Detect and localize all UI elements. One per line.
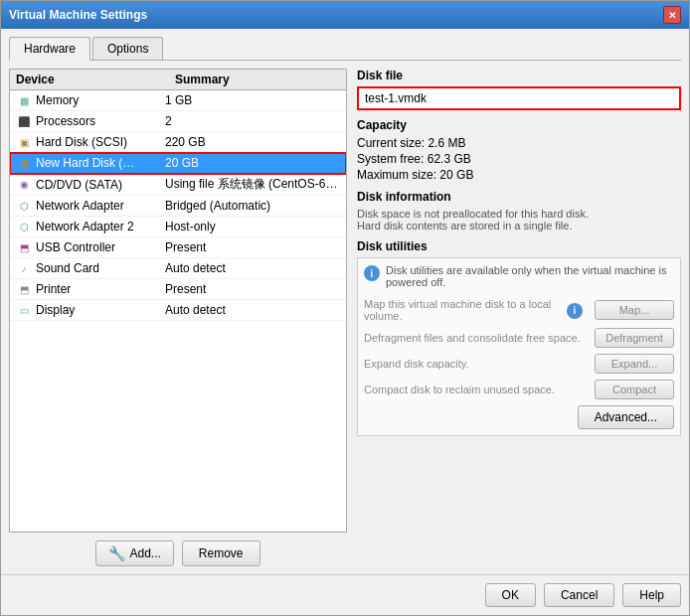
system-free-value: 62.3 GB [428, 152, 471, 166]
utilities-info-icon: i [364, 265, 380, 281]
capacity-label: Capacity [357, 118, 681, 132]
new-harddisk-summary: 20 GB [165, 156, 340, 170]
disk-file-label: Disk file [357, 69, 681, 82]
sound-summary: Auto detect [165, 261, 340, 275]
maximum-size-line: Maximum size: 20 GB [357, 168, 681, 182]
memory-name: Memory [36, 93, 165, 107]
main-area: Device Summary ▦ Memory 1 GB ⬛ Processor… [9, 69, 681, 566]
disk-file-input[interactable] [357, 86, 681, 110]
current-size-label: Current size: [357, 136, 425, 150]
device-rows-container: ▦ Memory 1 GB ⬛ Processors 2 ▣ Hard Disk… [10, 90, 346, 321]
map-button[interactable]: Map... [595, 300, 674, 320]
system-free-line: System free: 62.3 GB [357, 152, 681, 166]
device-row-usb[interactable]: ⬒ USB Controller Present [10, 237, 346, 258]
disk-info-line1: Disk space is not preallocated for this … [357, 208, 681, 220]
expand-button[interactable]: Expand... [595, 354, 674, 374]
compact-label: Compact disk to reclaim unused space. [364, 384, 587, 395]
ok-button[interactable]: OK [485, 583, 536, 607]
device-table: Device Summary ▦ Memory 1 GB ⬛ Processor… [9, 69, 347, 533]
display-icon: ▭ [16, 302, 32, 318]
tab-hardware[interactable]: Hardware [9, 37, 90, 61]
cddvd-summary: Using file 系统镜像 (CentOS-6.6-... [165, 176, 340, 193]
harddisk-summary: 220 GB [165, 135, 340, 149]
harddisk-name: Hard Disk (SCSI) [36, 135, 165, 149]
device-row-cddvd[interactable]: ◉ CD/DVD (SATA) Using file 系统镜像 (CentOS-… [10, 174, 346, 196]
memory-icon: ▦ [16, 92, 32, 108]
tab-options[interactable]: Options [92, 37, 163, 60]
cddvd-icon: ◉ [16, 177, 32, 193]
netadapter2-name: Network Adapter 2 [36, 220, 165, 233]
memory-summary: 1 GB [165, 93, 340, 107]
usb-name: USB Controller [36, 240, 165, 254]
map-row: Map this virtual machine disk to a local… [364, 298, 674, 322]
netadapter-icon: ⬡ [16, 198, 32, 214]
device-row-display[interactable]: ▭ Display Auto detect [10, 300, 346, 321]
help-button[interactable]: Help [622, 583, 681, 607]
device-row-harddisk[interactable]: ▣ Hard Disk (SCSI) 220 GB [10, 132, 346, 153]
sound-icon: ♪ [16, 260, 32, 276]
processors-icon: ⬛ [16, 113, 32, 129]
netadapter2-summary: Host-only [165, 220, 340, 233]
remove-button[interactable]: Remove [182, 540, 260, 566]
new-harddisk-icon: ▣ [16, 155, 32, 171]
disk-utilities-label: Disk utilities [357, 239, 681, 253]
add-button[interactable]: 🔧 Add... [95, 540, 173, 566]
tabs-bar: Hardware Options [9, 37, 681, 61]
title-bar-controls: ✕ [663, 6, 681, 24]
usb-icon: ⬒ [16, 239, 32, 255]
cancel-button[interactable]: Cancel [544, 583, 614, 607]
bottom-buttons: OK Cancel Help [1, 574, 689, 615]
usb-summary: Present [165, 240, 340, 254]
device-row-netadapter2[interactable]: ⬡ Network Adapter 2 Host-only [10, 217, 346, 237]
capacity-section: Capacity Current size: 2.6 MB System fre… [357, 118, 681, 182]
display-summary: Auto detect [165, 303, 340, 317]
add-icon: 🔧 [108, 545, 125, 561]
maximum-size-label: Maximum size: [357, 168, 436, 182]
add-button-label: Add... [129, 546, 160, 560]
virtual-machine-settings-window: Virtual Machine Settings ✕ Hardware Opti… [0, 0, 690, 616]
cddvd-name: CD/DVD (SATA) [36, 178, 165, 192]
map-label: Map this virtual machine disk to a local… [364, 298, 559, 322]
current-size-value: 2.6 MB [428, 136, 465, 150]
disk-info-section: Disk information Disk space is not preal… [357, 190, 681, 231]
right-panel: Disk file Capacity Current size: 2.6 MB … [357, 69, 681, 566]
capacity-info: Current size: 2.6 MB System free: 62.3 G… [357, 136, 681, 182]
left-panel: Device Summary ▦ Memory 1 GB ⬛ Processor… [9, 69, 347, 566]
compact-button[interactable]: Compact [595, 380, 674, 399]
device-row-sound[interactable]: ♪ Sound Card Auto detect [10, 258, 346, 279]
defragment-button[interactable]: Defragment [595, 328, 674, 348]
defragment-row: Defragment files and consolidate free sp… [364, 328, 674, 348]
netadapter-summary: Bridged (Automatic) [165, 199, 340, 213]
device-row-netadapter[interactable]: ⬡ Network Adapter Bridged (Automatic) [10, 196, 346, 217]
advanced-button[interactable]: Advanced... [578, 405, 674, 429]
expand-row: Expand disk capacity. Expand... [364, 354, 674, 374]
utilities-info: i Disk utilities are available only when… [364, 264, 674, 288]
new-harddisk-name: New Hard Disk (… [36, 156, 165, 170]
device-row-processors[interactable]: ⬛ Processors 2 [10, 111, 346, 132]
harddisk-icon: ▣ [16, 134, 32, 150]
maximum-size-value: 20 GB [439, 168, 473, 182]
close-button[interactable]: ✕ [663, 6, 681, 24]
utilities-box: i Disk utilities are available only when… [357, 257, 681, 436]
window-title: Virtual Machine Settings [9, 8, 147, 22]
advanced-row: Advanced... [364, 405, 674, 429]
disk-info-label: Disk information [357, 190, 681, 204]
system-free-label: System free: [357, 152, 424, 166]
sound-name: Sound Card [36, 261, 165, 275]
device-row-new-harddisk[interactable]: ▣ New Hard Disk (… 20 GB [10, 153, 346, 174]
header-device: Device [16, 73, 175, 86]
left-buttons-area: 🔧 Add... Remove [9, 540, 347, 566]
netadapter-name: Network Adapter [36, 199, 165, 213]
title-bar: Virtual Machine Settings ✕ [1, 1, 689, 29]
compact-row: Compact disk to reclaim unused space. Co… [364, 380, 674, 399]
defragment-label: Defragment files and consolidate free sp… [364, 332, 587, 344]
device-row-memory[interactable]: ▦ Memory 1 GB [10, 90, 346, 111]
printer-icon: ⬒ [16, 281, 32, 297]
device-row-printer[interactable]: ⬒ Printer Present [10, 279, 346, 300]
disk-info-line2: Hard disk contents are stored in a singl… [357, 220, 681, 231]
display-name: Display [36, 303, 165, 317]
disk-file-section: Disk file [357, 69, 681, 110]
disk-utilities-section: Disk utilities i Disk utilities are avai… [357, 239, 681, 566]
processors-name: Processors [36, 114, 165, 128]
table-header: Device Summary [10, 70, 346, 90]
